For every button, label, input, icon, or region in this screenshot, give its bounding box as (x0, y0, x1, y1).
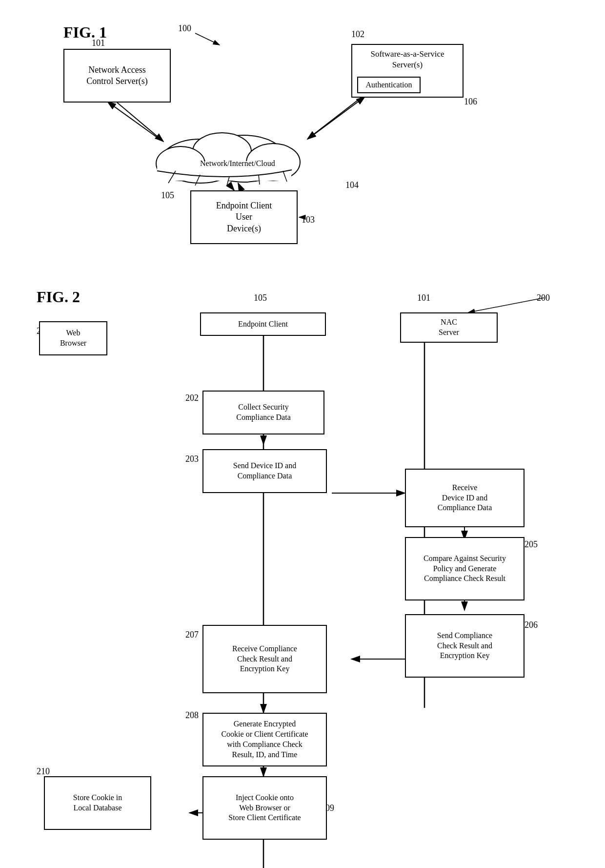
compare-against-box: Compare Against Security Policy and Gene… (405, 537, 524, 600)
collect-security-box: Collect Security Compliance Data (202, 391, 324, 434)
inject-cookie-text: Inject Cookie onto Web Browser or Store … (228, 793, 301, 823)
ref-106: 106 (464, 96, 477, 107)
ref-203: 203 (185, 454, 199, 464)
auth-box-text: Authentication (365, 80, 412, 90)
ref-103: 103 (302, 215, 315, 225)
ref-205: 205 (524, 539, 538, 550)
store-cookie-text: Store Cookie in Local Database (73, 793, 122, 813)
endpoint-client-text: Endpoint Client (238, 319, 288, 330)
send-compliance-text: Send Compliance Check Result and Encrypt… (437, 631, 492, 661)
svg-line-8 (195, 33, 220, 45)
web-browser-text: Web Browser (60, 328, 86, 349)
receive-compliance-box: Receive Compliance Check Result and Encr… (202, 625, 327, 693)
endpoint-box-fig1: Endpoint Client User Device(s) (190, 190, 298, 244)
receive-compliance-text: Receive Compliance Check Result and Encr… (232, 644, 297, 674)
generate-encrypted-text: Generate Encrypted Cookie or Client Cert… (221, 719, 308, 760)
collect-security-text: Collect Security Compliance Data (236, 402, 291, 423)
ref-101-fig2: 101 (417, 293, 430, 303)
nac-box-fig1: Network Access Control Server(s) (63, 49, 171, 103)
send-device-box: Send Device ID and Compliance Data (202, 449, 327, 493)
auth-box: Authentication (357, 77, 421, 93)
receive-device-text: Receive Device ID and Compliance Data (438, 483, 492, 513)
send-compliance-box: Send Compliance Check Result and Encrypt… (405, 614, 524, 678)
ref-208: 208 (185, 710, 199, 721)
svg-text:Network/Internet/Cloud: Network/Internet/Cloud (200, 159, 275, 167)
ref-206: 206 (524, 620, 538, 630)
nac-box-fig1-text: Network Access Control Server(s) (86, 64, 147, 87)
nac-server-text: NAC Server (439, 317, 459, 338)
generate-encrypted-box: Generate Encrypted Cookie or Client Cert… (202, 713, 327, 766)
store-cookie-box: Store Cookie in Local Database (44, 776, 151, 830)
ref-200: 200 (537, 293, 550, 303)
ref-100: 100 (178, 23, 191, 34)
svg-line-20 (468, 298, 544, 312)
ref-105-fig1: 105 (161, 190, 174, 201)
saas-box-text: Software-as-a-Service Server(s) (370, 49, 444, 70)
compare-against-text: Compare Against Security Policy and Gene… (424, 554, 506, 584)
endpoint-client-box-fig2: Endpoint Client (200, 312, 326, 336)
nac-server-box-fig2: NAC Server (400, 312, 498, 343)
cloud-shape: Network/Internet/Cloud 104 (127, 117, 332, 186)
ref-210: 210 (37, 766, 50, 777)
ref-102: 102 (351, 29, 364, 40)
ref-105-fig2: 105 (254, 293, 267, 303)
fig2-label: FIG. 2 (37, 288, 80, 306)
endpoint-box-fig1-text: Endpoint Client User Device(s) (216, 200, 272, 234)
receive-device-box: Receive Device ID and Compliance Data (405, 469, 524, 527)
send-device-text: Send Device ID and Compliance Data (233, 461, 296, 481)
saas-box: Software-as-a-Service Server(s) Authenti… (351, 44, 464, 98)
inject-cookie-box: Inject Cookie onto Web Browser or Store … (202, 776, 327, 840)
ref-207: 207 (185, 630, 199, 640)
ref-202: 202 (185, 393, 199, 403)
ref-101-fig1: 101 (92, 38, 105, 48)
web-browser-box: Web Browser (39, 321, 107, 355)
ref-104: 104 (345, 180, 359, 190)
